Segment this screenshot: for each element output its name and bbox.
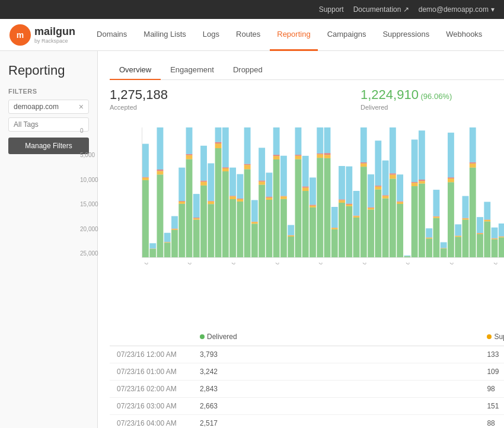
svg-rect-162 xyxy=(433,216,439,217)
stat-delivered: 1,224,910 (96.06%)Delivered xyxy=(361,87,504,118)
svg-rect-91 xyxy=(302,156,309,187)
tab-dropped[interactable]: Dropped xyxy=(224,60,272,80)
svg-rect-165 xyxy=(441,248,447,249)
svg-rect-70 xyxy=(266,197,272,198)
svg-rect-97 xyxy=(317,154,323,158)
svg-rect-161 xyxy=(433,217,439,218)
svg-rect-38 xyxy=(208,201,214,202)
svg-rect-24 xyxy=(186,159,193,257)
x-label: 07/24/16 12:00 PM xyxy=(404,263,457,280)
svg-rect-109 xyxy=(339,200,345,203)
nav-link-webhooks[interactable]: Webhooks xyxy=(439,19,489,51)
table-cell-value: 109 xyxy=(480,363,504,381)
svg-rect-25 xyxy=(186,155,193,159)
svg-rect-80 xyxy=(288,237,294,257)
svg-rect-150 xyxy=(412,182,418,183)
svg-rect-148 xyxy=(412,186,418,257)
svg-rect-197 xyxy=(499,237,504,237)
svg-rect-157 xyxy=(426,238,432,238)
nav-link-reporting[interactable]: Reporting xyxy=(270,19,317,51)
svg-rect-180 xyxy=(470,168,476,257)
svg-rect-78 xyxy=(280,196,287,196)
svg-rect-125 xyxy=(368,208,374,210)
logo-text: mailgun xyxy=(34,25,75,37)
svg-rect-190 xyxy=(484,219,490,220)
svg-rect-42 xyxy=(215,142,222,143)
svg-rect-153 xyxy=(419,181,425,183)
svg-rect-100 xyxy=(324,158,331,257)
svg-rect-1 xyxy=(142,178,149,180)
nav-link-campaigns[interactable]: Campaigns xyxy=(320,19,374,51)
svg-rect-134 xyxy=(382,195,389,196)
table-cell-value: 2,843 xyxy=(193,381,480,398)
table-cell-value: 3,793 xyxy=(193,346,480,363)
svg-rect-120 xyxy=(361,167,367,257)
table-cell-value: 133 xyxy=(480,346,504,363)
y-label: 25,000 xyxy=(80,250,98,257)
navbar: m mailgun by Rackspace DomainsMailing Li… xyxy=(0,19,504,51)
nav-link-suppressions[interactable]: Suppressions xyxy=(375,19,436,51)
svg-rect-108 xyxy=(339,203,345,257)
svg-rect-68 xyxy=(266,200,272,257)
svg-rect-98 xyxy=(317,154,323,154)
svg-rect-17 xyxy=(171,229,178,230)
svg-rect-147 xyxy=(404,255,410,256)
svg-rect-88 xyxy=(302,191,309,257)
svg-rect-60 xyxy=(251,223,258,257)
table-cell-date: 07/23/16 12:00 AM xyxy=(110,346,193,363)
nav-link-logs[interactable]: Logs xyxy=(196,19,227,51)
table-row: 07/23/16 03:00 AM2,663151611,151 xyxy=(110,398,504,415)
svg-rect-139 xyxy=(390,127,396,173)
y-label: 10,000 xyxy=(80,177,98,183)
svg-rect-81 xyxy=(288,235,294,237)
tab-overview[interactable]: Overview xyxy=(110,60,161,80)
svg-rect-72 xyxy=(273,159,280,257)
svg-rect-16 xyxy=(171,230,178,257)
header-dot xyxy=(487,334,492,339)
x-axis-labels: 07/23/16 12:00 AM07/23/16 06:00 AM07/23/… xyxy=(110,263,504,298)
nav-link-domains[interactable]: Domains xyxy=(90,19,134,51)
table-cell-date: 07/23/16 03:00 AM xyxy=(110,398,193,415)
svg-rect-188 xyxy=(484,221,490,257)
svg-rect-34 xyxy=(200,181,207,182)
x-label: 07/24/16 06:00 AM xyxy=(361,263,413,280)
svg-rect-184 xyxy=(477,234,483,257)
svg-rect-159 xyxy=(426,228,432,237)
svg-rect-64 xyxy=(259,185,265,257)
svg-rect-0 xyxy=(142,180,149,257)
svg-rect-18 xyxy=(171,229,178,229)
remove-filter-icon[interactable]: × xyxy=(79,103,84,111)
nav-link-mailing-lists[interactable]: Mailing Lists xyxy=(136,19,193,51)
x-label: 07/24/16 12:00 AM xyxy=(317,263,369,280)
svg-rect-9 xyxy=(157,171,164,174)
svg-rect-114 xyxy=(346,204,352,205)
svg-rect-178 xyxy=(462,218,469,219)
logo-sub: by Rackspace xyxy=(34,38,75,44)
svg-rect-199 xyxy=(499,223,504,237)
svg-rect-20 xyxy=(178,204,185,257)
account-menu[interactable]: demo@demoapp.com ▾ xyxy=(419,5,495,14)
svg-rect-69 xyxy=(266,197,272,200)
svg-rect-19 xyxy=(171,216,178,229)
x-label: 07/23/16 06:00 AM xyxy=(186,263,238,280)
nav-link-routes[interactable]: Routes xyxy=(229,19,267,51)
tab-engagement[interactable]: Engagement xyxy=(161,60,224,80)
chart-wrapper: 25,00020,00015,00010,0005,0000 xyxy=(110,127,504,258)
y-label: 15,000 xyxy=(80,201,98,207)
svg-rect-44 xyxy=(222,171,229,257)
svg-rect-76 xyxy=(280,199,287,257)
filter-tags-input[interactable] xyxy=(8,117,89,132)
svg-rect-47 xyxy=(222,127,229,167)
documentation-link[interactable]: Documentation ↗ xyxy=(353,5,409,14)
table-cell-value: 3,242 xyxy=(193,363,480,381)
chart-legend: DeliveredSuppressedDroppedIncoming xyxy=(110,301,504,308)
svg-rect-164 xyxy=(441,248,447,257)
table-header-suppressed: Suppressed xyxy=(480,328,504,346)
svg-rect-46 xyxy=(222,167,229,168)
support-link[interactable]: Support xyxy=(319,5,344,14)
svg-rect-2 xyxy=(142,177,149,178)
svg-rect-191 xyxy=(484,202,490,219)
manage-filters-button[interactable]: Manage Filters xyxy=(8,138,89,154)
table-row: 07/23/16 01:00 AM3,242109301,383 xyxy=(110,363,504,381)
table-row: 07/23/16 12:00 AM3,793133311,608 xyxy=(110,346,504,363)
